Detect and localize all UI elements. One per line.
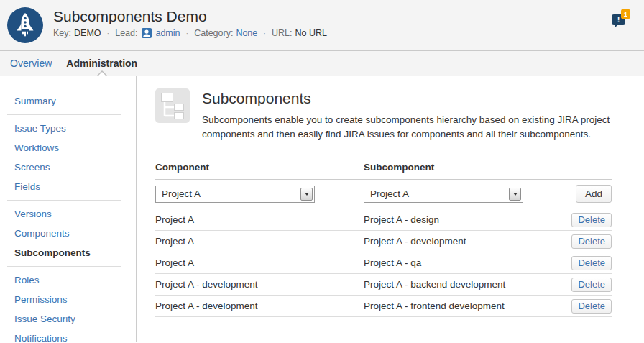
table-row: Project A Project A - design Delete <box>155 209 612 231</box>
sidebar-item-versions[interactable]: Versions <box>0 204 136 224</box>
sidebar-item-permissions[interactable]: Permissions <box>0 290 136 309</box>
tab-administration[interactable]: Administration <box>66 51 137 76</box>
page: Subcomponents Demo Key: DEMO · Lead: adm… <box>0 0 644 343</box>
sidebar-item-summary[interactable]: Summary <box>0 91 136 111</box>
component-select-value: Project A <box>156 188 300 199</box>
add-button[interactable]: Add <box>576 185 612 203</box>
table-row: Project A Project A - qa Delete <box>155 252 612 274</box>
lead-link[interactable]: admin <box>155 28 180 38</box>
section-description: Subcomponents enable you to create subco… <box>202 113 619 141</box>
component-cell: Project A - development <box>155 274 364 295</box>
component-cell: Project A - development <box>155 296 364 316</box>
meta-separator: · <box>186 29 189 37</box>
user-avatar-icon <box>142 28 152 38</box>
key-value: DEMO <box>74 28 101 38</box>
table-row: Project A - development Project A - fron… <box>155 296 612 317</box>
subcomponent-cell: Project A - qa <box>364 252 570 273</box>
delete-button[interactable]: Delete <box>571 299 612 314</box>
subcomponent-select[interactable]: Project A <box>364 186 523 203</box>
component-column-header: Component <box>155 157 364 179</box>
delete-button[interactable]: Delete <box>571 234 612 249</box>
component-cell: Project A <box>155 209 364 230</box>
sidebar-item-notifications[interactable]: Notifications <box>0 329 136 343</box>
sidebar-item-roles[interactable]: Roles <box>0 270 136 290</box>
lead-label: Lead: <box>115 28 137 38</box>
table-row: Project A - development Project A - back… <box>155 274 612 296</box>
sidebar-item-components[interactable]: Components <box>0 224 136 243</box>
chevron-down-icon <box>509 188 521 201</box>
project-avatar-rocket-icon <box>7 7 43 43</box>
subcomponents-panel: Subcomponents Subcomponents enable you t… <box>137 76 644 342</box>
admin-sidebar: Summary Issue Types Workflows Screens Fi… <box>0 76 137 342</box>
chevron-down-icon <box>300 188 313 201</box>
subcomponents-table: Component Subcomponent Project A Project… <box>155 157 612 317</box>
url-label: URL: <box>272 28 292 38</box>
project-header: Subcomponents Demo Key: DEMO · Lead: adm… <box>0 0 644 50</box>
subcomponent-cell: Project A - backend development <box>364 274 570 295</box>
subcomponent-column-header: Subcomponent <box>364 157 570 179</box>
subcomponent-select-value: Project A <box>364 188 509 199</box>
notification-count-badge: 1 <box>621 9 630 19</box>
table-header-row: Component Subcomponent <box>155 157 612 180</box>
subcomponent-cell: Project A - design <box>364 209 570 230</box>
delete-button[interactable]: Delete <box>571 213 612 227</box>
sidebar-item-issue-security[interactable]: Issue Security <box>0 309 136 329</box>
key-label: Key: <box>53 28 71 38</box>
component-cell: Project A <box>155 252 364 273</box>
sidebar-divider <box>7 114 121 115</box>
delete-button[interactable]: Delete <box>571 256 612 270</box>
section-heading: Subcomponents <box>202 89 619 107</box>
subcomponent-cell: Project A - development <box>364 231 570 252</box>
tab-overview[interactable]: Overview <box>10 51 52 76</box>
page-title: Subcomponents Demo <box>53 8 327 25</box>
section-head: Subcomponents Subcomponents enable you t… <box>155 88 630 141</box>
meta-separator: · <box>107 29 110 37</box>
meta-separator: · <box>263 29 266 37</box>
project-meta: Key: DEMO · Lead: admin · Category: None… <box>53 28 327 38</box>
sidebar-divider <box>7 266 121 267</box>
url-value: No URL <box>295 28 326 38</box>
subcomponent-cell: Project A - frontend development <box>364 296 570 316</box>
feedback-bubble-icon[interactable]: ! 1 <box>612 14 625 25</box>
sidebar-item-workflows[interactable]: Workflows <box>0 138 136 157</box>
category-label: Category: <box>194 28 233 38</box>
sidebar-item-subcomponents[interactable]: Subcomponents <box>0 243 136 262</box>
component-cell: Project A <box>155 231 364 252</box>
table-row: Project A Project A - development Delete <box>155 231 612 252</box>
sidebar-divider <box>7 200 121 201</box>
category-link[interactable]: None <box>236 28 257 38</box>
sidebar-item-screens[interactable]: Screens <box>0 157 136 177</box>
delete-button[interactable]: Delete <box>571 278 612 292</box>
add-subcomponent-form-row: Project A Project A Add <box>155 180 612 209</box>
component-select[interactable]: Project A <box>155 186 315 203</box>
hierarchy-icon <box>155 88 190 123</box>
sidebar-item-issue-types[interactable]: Issue Types <box>0 119 136 138</box>
sidebar-item-fields[interactable]: Fields <box>0 177 136 196</box>
project-tabbar: Overview Administration <box>0 50 644 76</box>
